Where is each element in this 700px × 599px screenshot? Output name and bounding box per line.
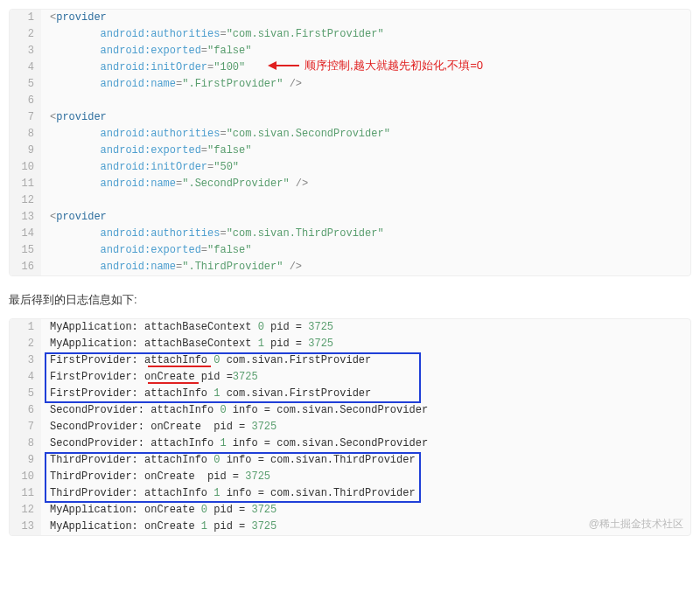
code-content: ThirdProvider: onCreate pid = 3725 <box>41 469 690 485</box>
line-number: 14 <box>10 226 41 242</box>
code-line: 9ThirdProvider: attachInfo 0 info = com.… <box>10 452 690 469</box>
code-line: 10 android:initOrder="50" <box>10 159 690 176</box>
code-content: FirstProvider: attachInfo 1 com.sivan.Fi… <box>41 386 690 402</box>
code-content: MyApplication: attachBaseContext 0 pid =… <box>41 319 690 336</box>
line-number: 11 <box>10 176 41 192</box>
code-content: android:authorities="com.sivan.SecondPro… <box>41 126 690 143</box>
code-line: 4FirstProvider: onCreate pid =3725 <box>10 369 690 386</box>
line-number: 1 <box>10 10 41 26</box>
code-line: 2MyApplication: attachBaseContext 1 pid … <box>10 336 690 352</box>
watermark: @稀土掘金技术社区 <box>589 517 683 532</box>
code-line: 5 android:name=".FirstProvider" /> <box>10 76 690 93</box>
line-number: 4 <box>10 369 41 386</box>
code-content: ThirdProvider: attachInfo 0 info = com.s… <box>41 452 690 469</box>
code-content: android:initOrder="100" <box>41 59 690 76</box>
code-content: FirstProvider: attachInfo 0 com.sivan.Fi… <box>41 352 690 369</box>
code-line: 2 android:authorities="com.sivan.FirstPr… <box>10 26 690 43</box>
line-number: 13 <box>10 519 41 535</box>
line-number: 2 <box>10 336 41 352</box>
code-line: 4 android:initOrder="100" <box>10 59 690 76</box>
code-line: 11 android:name=".SecondProvider" /> <box>10 176 690 192</box>
code-line: 5FirstProvider: attachInfo 1 com.sivan.F… <box>10 386 690 402</box>
code-content: <provider <box>41 109 690 126</box>
line-number: 9 <box>10 452 41 469</box>
code-line: 1<provider <box>10 10 690 26</box>
line-number: 4 <box>10 59 41 76</box>
line-number: 9 <box>10 143 41 159</box>
code-content: android:authorities="com.sivan.ThirdProv… <box>41 226 690 242</box>
code-content: <provider <box>41 10 690 26</box>
code-content: android:initOrder="50" <box>41 159 690 176</box>
line-number: 3 <box>10 352 41 369</box>
code-content: android:exported="false" <box>41 43 690 59</box>
code-content <box>41 93 690 109</box>
line-number: 16 <box>10 259 41 275</box>
line-number: 8 <box>10 435 41 452</box>
code-content: android:authorities="com.sivan.FirstProv… <box>41 26 690 43</box>
line-number: 7 <box>10 419 41 435</box>
code-line: 9 android:exported="false" <box>10 143 690 159</box>
line-number: 15 <box>10 242 41 259</box>
xml-code-block: 1<provider2 android:authorities="com.siv… <box>9 9 691 276</box>
code-line: 13<provider <box>10 209 690 226</box>
code-content: SecondProvider: onCreate pid = 3725 <box>41 419 690 435</box>
code-line: 6SecondProvider: attachInfo 0 info = com… <box>10 402 690 419</box>
line-number: 6 <box>10 93 41 109</box>
code-line: 8SecondProvider: attachInfo 1 info = com… <box>10 435 690 452</box>
line-number: 12 <box>10 192 41 209</box>
code-content: ThirdProvider: attachInfo 1 info = com.s… <box>41 485 690 502</box>
line-number: 10 <box>10 159 41 176</box>
code-content: SecondProvider: attachInfo 0 info = com.… <box>41 402 690 419</box>
code-line: 7<provider <box>10 109 690 126</box>
code-content: android:name=".SecondProvider" /> <box>41 176 690 192</box>
line-number: 13 <box>10 209 41 226</box>
line-number: 3 <box>10 43 41 59</box>
line-number: 6 <box>10 402 41 419</box>
code-line: 16 android:name=".ThirdProvider" /> <box>10 259 690 275</box>
line-number: 1 <box>10 319 41 336</box>
code-line: 1MyApplication: attachBaseContext 0 pid … <box>10 319 690 336</box>
log-code-block: 1MyApplication: attachBaseContext 0 pid … <box>9 318 691 536</box>
line-number: 8 <box>10 126 41 143</box>
line-number: 12 <box>10 502 41 519</box>
line-number: 5 <box>10 76 41 93</box>
code-line: 15 android:exported="false" <box>10 242 690 259</box>
code-content: android:name=".FirstProvider" /> <box>41 76 690 93</box>
code-line: 14 android:authorities="com.sivan.ThirdP… <box>10 226 690 242</box>
code-line: 7SecondProvider: onCreate pid = 3725 <box>10 419 690 435</box>
line-number: 7 <box>10 109 41 126</box>
description-text: 最后得到的日志信息如下: <box>9 292 691 308</box>
code-content: android:exported="false" <box>41 143 690 159</box>
code-content: android:exported="false" <box>41 242 690 259</box>
code-content: <provider <box>41 209 690 226</box>
code-content: android:name=".ThirdProvider" /> <box>41 259 690 275</box>
line-number: 11 <box>10 485 41 502</box>
code-line: 12 <box>10 192 690 209</box>
code-content: MyApplication: attachBaseContext 1 pid =… <box>41 336 690 352</box>
code-content <box>41 192 690 209</box>
code-line: 6 <box>10 93 690 109</box>
line-number: 5 <box>10 386 41 402</box>
line-number: 10 <box>10 469 41 485</box>
code-line: 3 android:exported="false" <box>10 43 690 59</box>
code-content: SecondProvider: attachInfo 1 info = com.… <box>41 435 690 452</box>
code-content: FirstProvider: onCreate pid =3725 <box>41 369 690 386</box>
line-number: 2 <box>10 26 41 43</box>
code-line: 8 android:authorities="com.sivan.SecondP… <box>10 126 690 143</box>
code-line: 11ThirdProvider: attachInfo 1 info = com… <box>10 485 690 502</box>
code-line: 3FirstProvider: attachInfo 0 com.sivan.F… <box>10 352 690 369</box>
code-line: 10ThirdProvider: onCreate pid = 3725 <box>10 469 690 485</box>
